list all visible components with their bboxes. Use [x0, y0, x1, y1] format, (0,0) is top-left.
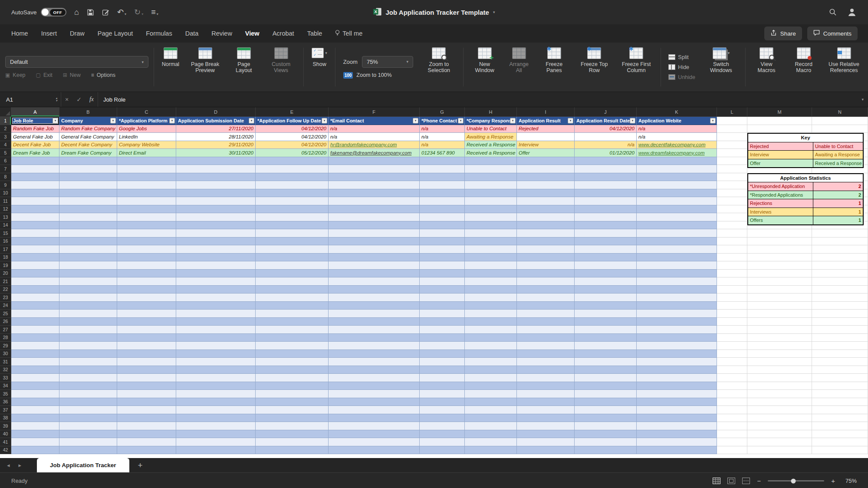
cell-N23[interactable] — [812, 293, 868, 302]
cell-L42[interactable] — [717, 446, 747, 455]
cell-C31[interactable] — [117, 358, 176, 366]
cell-K17[interactable] — [637, 245, 717, 254]
cell-J20[interactable] — [575, 270, 637, 278]
cell-M2[interactable] — [747, 125, 812, 133]
cell-C41[interactable] — [117, 438, 176, 446]
cell-L6[interactable] — [717, 157, 747, 165]
cell-A40[interactable] — [11, 430, 59, 439]
cell-I29[interactable] — [517, 342, 575, 350]
row-header-14[interactable]: 14 — [0, 221, 11, 230]
cell-G16[interactable] — [420, 237, 465, 246]
cell-G10[interactable] — [420, 189, 465, 198]
cell-F33[interactable] — [329, 374, 420, 382]
cell-I40[interactable] — [517, 430, 575, 439]
cell-G39[interactable] — [420, 422, 465, 430]
cell-D30[interactable] — [176, 350, 256, 358]
cell-H35[interactable] — [465, 390, 517, 398]
cell-F12[interactable] — [329, 205, 420, 214]
cell-F37[interactable] — [329, 406, 420, 414]
cell-N27[interactable] — [812, 326, 868, 334]
filter-button[interactable]: ▾ — [568, 118, 573, 123]
row-header-41[interactable]: 41 — [0, 438, 11, 446]
cell-A30[interactable] — [11, 350, 59, 358]
cell-A39[interactable] — [11, 422, 59, 430]
cell-J31[interactable] — [575, 358, 637, 366]
cell-A32[interactable] — [11, 366, 59, 374]
cell-H13[interactable] — [465, 213, 517, 221]
cell-D13[interactable] — [176, 213, 256, 221]
cell-J33[interactable] — [575, 374, 637, 382]
row-header-10[interactable]: 10 — [0, 189, 11, 198]
cell-D40[interactable] — [176, 430, 256, 439]
cell-K20[interactable] — [637, 270, 717, 278]
cell-G4[interactable]: n/a — [420, 141, 465, 149]
page-break-preview-button[interactable]: Page Break Preview — [186, 45, 224, 89]
cell-A34[interactable] — [11, 382, 59, 390]
row-header-19[interactable]: 19 — [0, 261, 11, 270]
row-header-20[interactable]: 20 — [0, 270, 11, 278]
cell-N37[interactable] — [812, 406, 868, 414]
cell-L21[interactable] — [717, 277, 747, 286]
cell-K42[interactable] — [637, 446, 717, 455]
cell-G19[interactable] — [420, 261, 465, 270]
cell-B24[interactable] — [59, 302, 117, 310]
cell-K13[interactable] — [637, 213, 717, 221]
cell-I27[interactable] — [517, 326, 575, 334]
tab-view[interactable]: View — [245, 28, 260, 39]
cell-L40[interactable] — [717, 430, 747, 439]
cell-K29[interactable] — [637, 342, 717, 350]
cell-I10[interactable] — [517, 189, 575, 198]
cell-J4[interactable]: n/a — [575, 141, 637, 149]
cell-F3[interactable]: n/a — [329, 133, 420, 141]
cell-A28[interactable] — [11, 334, 59, 342]
cell-K9[interactable] — [637, 181, 717, 189]
show-button[interactable]: ▾ Show — [309, 45, 330, 89]
cell-C7[interactable] — [117, 165, 176, 173]
cell-K27[interactable] — [637, 326, 717, 334]
cell-I11[interactable] — [517, 197, 575, 205]
cell-F31[interactable] — [329, 358, 420, 366]
cell-J29[interactable] — [575, 342, 637, 350]
column-header-B[interactable]: B — [59, 107, 117, 116]
row-header-33[interactable]: 33 — [0, 374, 11, 382]
cell-A6[interactable] — [11, 157, 59, 165]
cell-G22[interactable] — [420, 286, 465, 294]
cell-G27[interactable] — [420, 326, 465, 334]
row-header-16[interactable]: 16 — [0, 237, 11, 246]
row-header-15[interactable]: 15 — [0, 229, 11, 237]
cell-G14[interactable] — [420, 221, 465, 230]
cell-G29[interactable] — [420, 342, 465, 350]
sheet-view-dropdown[interactable]: Default ▾ — [5, 56, 148, 68]
cell-H21[interactable] — [465, 277, 517, 286]
autosave-control[interactable]: AutoSave OFF — [11, 8, 66, 16]
cell-N35[interactable] — [812, 390, 868, 398]
cell-L8[interactable] — [717, 173, 747, 181]
cell-H30[interactable] — [465, 350, 517, 358]
cell-J28[interactable] — [575, 334, 637, 342]
cell-J32[interactable] — [575, 366, 637, 374]
cell-B18[interactable] — [59, 254, 117, 262]
cell-K39[interactable] — [637, 422, 717, 430]
cell-N20[interactable] — [812, 270, 868, 278]
cell-A41[interactable] — [11, 438, 59, 446]
row-header-21[interactable]: 21 — [0, 277, 11, 286]
stats-label[interactable]: Rejections — [748, 199, 813, 208]
cell-L29[interactable] — [717, 342, 747, 350]
cell-A36[interactable] — [11, 398, 59, 406]
cell-A23[interactable] — [11, 293, 59, 302]
cell-I22[interactable] — [517, 286, 575, 294]
cell-K15[interactable] — [637, 229, 717, 237]
cell-N38[interactable] — [812, 414, 868, 422]
freeze-panes-button[interactable]: ∗ Freeze Panes — [537, 45, 571, 89]
row-header-26[interactable]: 26 — [0, 318, 11, 326]
cell-L10[interactable] — [717, 189, 747, 198]
cell-N19[interactable] — [812, 261, 868, 270]
cell-E5[interactable]: 05/12/2020 — [256, 149, 329, 157]
cell-H41[interactable] — [465, 438, 517, 446]
cell-L24[interactable] — [717, 302, 747, 310]
add-sheet-button[interactable]: + — [138, 461, 143, 470]
cell-L38[interactable] — [717, 414, 747, 422]
cell-D8[interactable] — [176, 173, 256, 181]
row-header-6[interactable]: 6 — [0, 157, 11, 165]
cell-K34[interactable] — [637, 382, 717, 390]
